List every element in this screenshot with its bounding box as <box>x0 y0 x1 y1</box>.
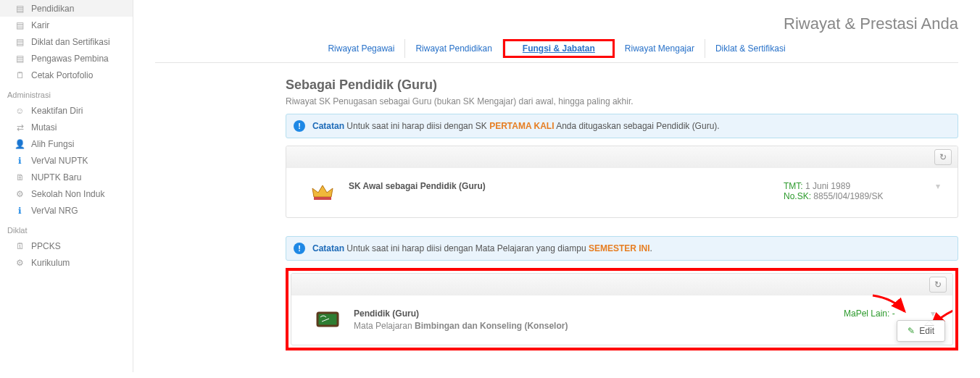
sidebar-item[interactable]: ℹVerVal NUPTK <box>0 152 133 169</box>
panel-role: ↻ Pendidik (Guru) Mata Pelajaran Bimbing… <box>291 273 953 345</box>
sidebar-item[interactable]: 🗎NUPTK Baru <box>0 169 133 185</box>
svg-rect-0 <box>314 197 331 200</box>
doc-icon: ▤ <box>14 3 25 14</box>
face-icon: ☺ <box>14 105 25 116</box>
sidebar-item-label: PPCKS <box>31 241 61 251</box>
reload-button[interactable]: ↻ <box>934 149 952 165</box>
sidebar-item-label: VerVal NUPTK <box>31 156 88 166</box>
doc-icon: ▤ <box>14 36 25 47</box>
sidebar-item[interactable]: 👤Alih Fungsi <box>0 135 133 152</box>
doc-icon: ▤ <box>14 20 25 30</box>
sk-details: TMT: 1 Juni 1989 No.SK: 8855/I04/1989/SK <box>784 181 929 201</box>
info-note-mapel: ! Catatan Untuk saat ini harap diisi den… <box>286 236 958 261</box>
tab[interactable]: Riwayat Pegawai <box>317 39 405 58</box>
tab[interactable]: Fungsi & Jabatan <box>512 39 605 58</box>
note-text: Catatan Untuk saat ini harap diisi denga… <box>312 121 720 131</box>
sidebar-item-label: Pendidikan <box>31 4 74 14</box>
section-title: Sebagai Pendidik (Guru) <box>286 77 958 96</box>
tab[interactable]: Riwayat Pendidikan <box>405 39 502 58</box>
role-subject: Mata Pelajaran Bimbingan dan Konseling (… <box>354 321 844 331</box>
sidebar-item-label: Cetak Portofolio <box>31 70 93 80</box>
clip-icon: 🗒 <box>14 70 25 80</box>
tab[interactable]: Riwayat Mengajar <box>615 39 705 58</box>
sidebar: ▤Pendidikan▤Karir▤Diklat dan Sertifikasi… <box>0 0 133 372</box>
edit-menu-item[interactable]: ✎ Edit <box>897 321 944 341</box>
reload-button[interactable]: ↻ <box>929 277 947 293</box>
chevron-down-icon[interactable]: ▾ <box>929 181 947 191</box>
sidebar-item-label: Kurikulum <box>31 258 70 268</box>
sidebar-item-label: NUPTK Baru <box>31 172 81 182</box>
cal-icon: 🗓 <box>14 240 25 251</box>
sidebar-item[interactable]: 🗒Cetak Portofolio <box>0 67 133 83</box>
sidebar-item-label: Alih Fungsi <box>31 139 74 149</box>
note-text: Catatan Untuk saat ini harap diisi denga… <box>312 243 652 253</box>
sidebar-group-header: Diklat <box>0 219 133 238</box>
info-icon: ℹ <box>14 155 25 166</box>
main: Riwayat & Prestasi Anda Riwayat PegawaiR… <box>133 0 980 372</box>
pencil-icon: ✎ <box>908 326 915 336</box>
tabbar: Riwayat PegawaiRiwayat PendidikanFungsi … <box>155 39 958 63</box>
annotation-arrow <box>871 294 908 318</box>
sidebar-item[interactable]: ℹVerVal NRG <box>0 202 133 219</box>
sidebar-item-label: VerVal NRG <box>31 206 78 216</box>
sidebar-item[interactable]: ▤Pendidikan <box>0 0 133 17</box>
role-title: Pendidik (Guru) <box>354 308 844 319</box>
highlight-box: Fungsi & Jabatan <box>503 39 615 58</box>
section-subtitle: Riwayat SK Penugasan sebagai Guru (bukan… <box>286 96 958 106</box>
sidebar-item[interactable]: ▤Pengawas Pembina <box>0 50 133 67</box>
tab[interactable]: Diklat & Sertifikasi <box>705 39 796 58</box>
sidebar-item[interactable]: 🗓PPCKS <box>0 238 133 254</box>
page-icon: 🗎 <box>14 172 25 182</box>
chalkboard-icon <box>316 308 339 332</box>
context-menu: ✎ Edit <box>897 320 945 342</box>
sidebar-item[interactable]: ☺Keaktifan Diri <box>0 102 133 119</box>
sidebar-item[interactable]: ▤Karir <box>0 17 133 33</box>
info-icon: ! <box>294 243 305 254</box>
swap-icon: ⇄ <box>14 122 25 133</box>
sidebar-item-label: Karir <box>31 20 49 30</box>
page-title: Riwayat & Prestasi Anda <box>155 0 958 39</box>
gear-icon: ⚙ <box>14 257 25 268</box>
sidebar-item[interactable]: ⚙Kurikulum <box>0 254 133 271</box>
info-icon: ! <box>294 120 305 132</box>
sidebar-item-label: Sekolah Non Induk <box>31 189 104 199</box>
info-icon: ℹ <box>14 205 25 216</box>
sidebar-item-label: Pengawas Pembina <box>31 54 109 64</box>
panel-sk: ↻ SK Awal sebagai Pendidik (Guru) TMT: 1… <box>286 146 958 218</box>
sidebar-item[interactable]: ⚙Sekolah Non Induk <box>0 185 133 202</box>
gear-icon: ⚙ <box>14 188 25 199</box>
sidebar-item-label: Keaktifan Diri <box>31 106 83 116</box>
highlight-frame: ↻ Pendidik (Guru) Mata Pelajaran Bimbing… <box>286 268 958 350</box>
sidebar-item-label: Mutasi <box>31 122 57 133</box>
doc-icon: ▤ <box>14 53 25 64</box>
info-note-sk: ! Catatan Untuk saat ini harap diisi den… <box>286 114 958 138</box>
sidebar-group-header: Administrasi <box>0 83 133 102</box>
person-icon: 👤 <box>14 138 25 149</box>
crown-icon <box>311 181 334 204</box>
sidebar-item[interactable]: ⇄Mutasi <box>0 119 133 135</box>
sidebar-item[interactable]: ▤Diklat dan Sertifikasi <box>0 33 133 50</box>
sk-title: SK Awal sebagai Pendidik (Guru) <box>349 181 784 191</box>
sidebar-item-label: Diklat dan Sertifikasi <box>31 37 110 47</box>
